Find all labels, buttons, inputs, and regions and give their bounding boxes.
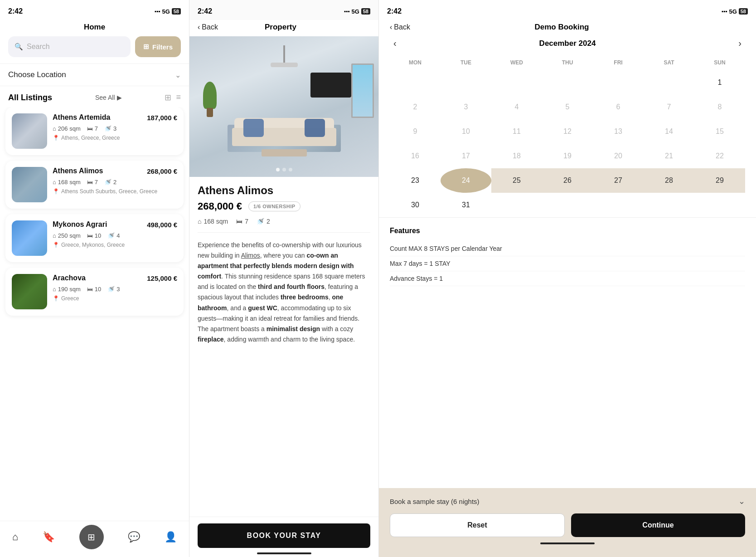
cal-day-24[interactable]: 24 bbox=[441, 168, 491, 193]
listing-name-mykonos: Mykonos Agrari bbox=[53, 220, 107, 229]
listing-info-mykonos: Mykonos Agrari 498,000 € ⌂ 250 sqm 🛏 10 … bbox=[53, 220, 177, 248]
booking-bottom-indicator-area bbox=[390, 539, 745, 544]
calendar-prev-button[interactable]: ‹ bbox=[390, 36, 400, 50]
cal-day-13[interactable]: 13 bbox=[593, 119, 644, 144]
weekday-sat: SAT bbox=[644, 58, 694, 68]
cal-day-5[interactable]: 5 bbox=[542, 95, 593, 119]
nav-bookmark[interactable]: 🔖 bbox=[43, 531, 55, 543]
status-bar-booking: 2:42 ▪▪▪ 5G 58 bbox=[379, 0, 756, 20]
choose-location-row[interactable]: Choose Location ⌄ bbox=[0, 64, 189, 86]
listing-name-price-arachova: Arachova 125,000 € bbox=[53, 274, 177, 282]
reset-button[interactable]: Reset bbox=[390, 513, 565, 537]
choose-location-label: Choose Location bbox=[8, 70, 66, 79]
cal-day-10[interactable]: 10 bbox=[441, 119, 491, 144]
cal-day-17[interactable]: 17 bbox=[441, 144, 491, 168]
nav-grid-fab[interactable]: ⊞ bbox=[79, 525, 104, 549]
listing-card-alimos[interactable]: Athens Alimos 268,000 € ⌂ 168 sqm 🛏 7 🚿 … bbox=[5, 161, 184, 209]
listing-location-mykonos: 📍 Greece, Mykonos, Greece bbox=[53, 242, 177, 248]
cal-day-23[interactable]: 23 bbox=[390, 168, 441, 193]
search-row: 🔍 Search ⊞ Filters bbox=[0, 36, 189, 64]
cal-day-15[interactable]: 15 bbox=[694, 119, 745, 144]
book-your-stay-button[interactable]: BOOK YOUR STAY bbox=[198, 523, 370, 548]
cal-day-19[interactable]: 19 bbox=[542, 144, 593, 168]
back-chevron-icon: ‹ bbox=[198, 23, 200, 31]
search-box[interactable]: 🔍 Search bbox=[8, 36, 131, 57]
panel-property: 2:42 ▪▪▪ 5G 58 ‹ Back Property bbox=[189, 0, 379, 557]
nav-home[interactable]: ⌂ bbox=[12, 531, 18, 543]
features-title: Features bbox=[390, 227, 745, 235]
cal-day-31[interactable]: 31 bbox=[441, 193, 491, 217]
house-icon-alimos: ⌂ bbox=[53, 179, 56, 186]
network-home: 5G bbox=[162, 8, 170, 15]
cal-day-30[interactable]: 30 bbox=[390, 193, 441, 217]
sample-stay-chevron-icon: ⌄ bbox=[738, 496, 745, 506]
book-btn-bar: BOOK YOUR STAY bbox=[189, 517, 378, 557]
bed-icon-mykonos: 🛏 bbox=[87, 232, 93, 239]
cal-day-18[interactable]: 18 bbox=[491, 144, 542, 168]
nav-profile[interactable]: 👤 bbox=[165, 531, 177, 543]
cal-day-7[interactable]: 7 bbox=[644, 95, 694, 119]
grid-view-icon[interactable]: ⊞ bbox=[165, 93, 171, 103]
sqm-alimos: ⌂ 168 sqm bbox=[53, 179, 81, 186]
sample-stay-row[interactable]: Book a sample stay (6 nights) ⌄ bbox=[390, 496, 745, 506]
weekday-tue: TUE bbox=[441, 58, 491, 68]
beds-arachova: 🛏 10 bbox=[87, 286, 101, 293]
profile-icon: 👤 bbox=[165, 531, 177, 543]
calendar-grid: 1 2 3 4 5 6 7 8 9 10 11 12 13 14 15 16 1… bbox=[390, 70, 745, 217]
listing-meta-artemida: ⌂ 206 sqm 🛏 7 🚿 3 bbox=[53, 125, 177, 132]
feature-item-0: Count MAX 8 STAYS per Calendar Year bbox=[390, 241, 745, 256]
cal-day-empty bbox=[593, 70, 644, 95]
battery-property: 58 bbox=[361, 8, 370, 15]
cal-day-16[interactable]: 16 bbox=[390, 144, 441, 168]
spec-sqm: ⌂ 168 sqm bbox=[198, 218, 228, 225]
cal-day-12[interactable]: 12 bbox=[542, 119, 593, 144]
filter-button[interactable]: ⊞ Filters bbox=[135, 36, 181, 57]
status-right-booking: ▪▪▪ 5G 58 bbox=[722, 8, 748, 15]
cal-day-4[interactable]: 4 bbox=[491, 95, 542, 119]
listing-name-price-artemida: Athens Artemida 187,000 € bbox=[53, 113, 177, 122]
cal-day-9[interactable]: 9 bbox=[390, 119, 441, 144]
house-spec-icon: ⌂ bbox=[198, 218, 201, 225]
bath-icon-alimos: 🚿 bbox=[104, 179, 111, 186]
cal-day-1[interactable]: 1 bbox=[694, 70, 745, 95]
cal-day-29[interactable]: 29 bbox=[694, 168, 745, 193]
cal-day-empty bbox=[694, 193, 745, 217]
cal-day-empty bbox=[593, 193, 644, 217]
see-all-button[interactable]: See All ▶ bbox=[95, 94, 122, 101]
list-view-icon[interactable]: ≡ bbox=[176, 93, 181, 103]
cal-day-22[interactable]: 22 bbox=[694, 144, 745, 168]
property-back-button[interactable]: ‹ Back bbox=[198, 23, 218, 31]
cal-day-2[interactable]: 2 bbox=[390, 95, 441, 119]
listing-meta-arachova: ⌂ 190 sqm 🛏 10 🚿 3 bbox=[53, 286, 177, 293]
spec-beds: 🛏 7 bbox=[236, 218, 248, 225]
cal-day-20[interactable]: 20 bbox=[593, 144, 644, 168]
cal-day-3[interactable]: 3 bbox=[441, 95, 491, 119]
filter-label: Filters bbox=[152, 43, 173, 51]
sqm-arachova: ⌂ 190 sqm bbox=[53, 286, 81, 293]
signal-booking: ▪▪▪ bbox=[722, 8, 727, 15]
cal-day-21[interactable]: 21 bbox=[644, 144, 694, 168]
cal-day-26[interactable]: 26 bbox=[542, 168, 593, 193]
listing-card-mykonos[interactable]: Mykonos Agrari 498,000 € ⌂ 250 sqm 🛏 10 … bbox=[5, 214, 184, 262]
continue-button[interactable]: Continue bbox=[571, 513, 745, 537]
listing-price-alimos: 268,000 € bbox=[147, 167, 177, 175]
nav-chat[interactable]: 💬 bbox=[128, 531, 140, 543]
location-pin-icon: 📍 bbox=[53, 135, 59, 141]
cal-day-8[interactable]: 8 bbox=[694, 95, 745, 119]
calendar-next-button[interactable]: › bbox=[735, 36, 745, 50]
cal-day-25[interactable]: 25 bbox=[491, 168, 542, 193]
listing-card-arachova[interactable]: Arachova 125,000 € ⌂ 190 sqm 🛏 10 🚿 3 bbox=[5, 268, 184, 316]
weekday-fri: FRI bbox=[593, 58, 644, 68]
cal-day-27[interactable]: 27 bbox=[593, 168, 644, 193]
cal-day-28[interactable]: 28 bbox=[644, 168, 694, 193]
cal-day-6[interactable]: 6 bbox=[593, 95, 644, 119]
search-icon: 🔍 bbox=[15, 43, 23, 51]
cal-day-14[interactable]: 14 bbox=[644, 119, 694, 144]
booking-back-button[interactable]: ‹ Back bbox=[390, 23, 410, 31]
listing-card-artemida[interactable]: Athens Artemida 187,000 € ⌂ 206 sqm 🛏 7 … bbox=[5, 107, 184, 155]
search-placeholder: Search bbox=[27, 43, 50, 51]
calendar-header: ‹ December 2024 › bbox=[390, 36, 745, 50]
cal-day-11[interactable]: 11 bbox=[491, 119, 542, 144]
weekday-wed: WED bbox=[491, 58, 542, 68]
property-description: Experience the benefits of co-ownership … bbox=[198, 240, 370, 345]
